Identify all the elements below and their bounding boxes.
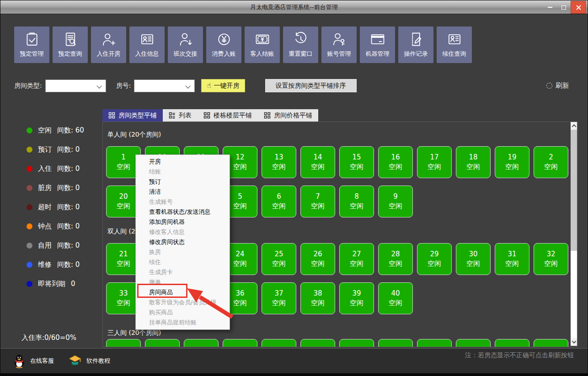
room-tile-32[interactable]: 32空闲 [534, 243, 568, 275]
credit-card-icon [370, 32, 385, 47]
maximize-button[interactable] [557, 1, 571, 14]
room-number: 7 [315, 192, 320, 201]
toolbar-button-label: 入住信息 [135, 50, 159, 58]
vertical-scrollbar[interactable] [571, 122, 577, 346]
toolbar-button-guest-checkout[interactable]: 客人结账 [245, 26, 280, 63]
toolbar-button-stay-extension-query[interactable]: 续住查询 [437, 26, 472, 63]
room-tile-30[interactable]: 30空闲 [456, 243, 491, 275]
room-tile-17[interactable]: 17空闲 [417, 146, 452, 178]
grid-icon [203, 112, 210, 119]
menu-item-view-machine-status[interactable]: 查看机器状态/发送消息 [136, 207, 230, 217]
room-tile-29[interactable]: 29空闲 [417, 243, 452, 275]
scrollbar-thumb[interactable] [571, 130, 577, 251]
room-number: 28 [391, 250, 400, 258]
menu-item-extend-stay: 续住 [136, 257, 230, 267]
room-tile-31[interactable]: 31空闲 [495, 243, 529, 275]
room-tile-2[interactable]: 2空闲 [534, 146, 568, 178]
room-tile-clipped[interactable] [378, 339, 413, 347]
room-tile-28[interactable]: 28空闲 [378, 243, 413, 275]
room-tile-clipped[interactable] [495, 339, 529, 347]
room-tile-clipped[interactable] [145, 339, 180, 347]
room-tile-clipped[interactable] [339, 339, 374, 347]
menu-item-room-goods[interactable]: 房间商品 [136, 287, 230, 297]
room-tile-25[interactable]: 25空闲 [262, 243, 296, 275]
room-no-select[interactable] [134, 79, 195, 92]
toolbar-button-reservation-query[interactable]: 预定查询 [53, 26, 88, 63]
menu-item-cancel-order: 撤单 [136, 277, 230, 287]
menu-item-add-room-machine[interactable]: 添加房间机器 [136, 217, 230, 227]
toolbar-button-operation-log[interactable]: 操作记录 [398, 26, 433, 63]
room-tile-16[interactable]: 16空闲 [378, 146, 413, 178]
room-tile-7[interactable]: 7空闲 [300, 185, 335, 217]
online-service-link[interactable]: 在线客服 [13, 354, 54, 368]
room-tile-37[interactable]: 37空闲 [262, 282, 296, 314]
room-number: 17 [430, 153, 438, 161]
room-tile-clipped[interactable] [262, 339, 296, 347]
toolbar-button-reservation-manage[interactable]: 预定管理 [14, 26, 49, 63]
room-tile-26[interactable]: 26空闲 [300, 243, 335, 275]
scroll-up-button[interactable] [571, 122, 577, 130]
toolbar-button-label: 操作记录 [404, 50, 428, 58]
menu-item-reserve[interactable]: 预订 [136, 177, 230, 187]
id-card-person-icon [447, 32, 462, 47]
room-number: 40 [391, 289, 400, 297]
menu-item-generate-account: 生成账号 [136, 197, 230, 207]
legend-item-dirty: 脏房间数: 0 [27, 178, 84, 197]
legend-count: 间数: 60 [57, 126, 84, 135]
room-tile-27[interactable]: 27空闲 [339, 243, 374, 275]
legend-count: 间数: 0 [57, 164, 80, 173]
room-tile-8[interactable]: 8空闲 [339, 185, 374, 217]
room-tile-clipped[interactable] [184, 339, 219, 347]
room-status: 空闲 [350, 299, 363, 307]
room-status: 空闲 [233, 202, 247, 211]
room-tile-19[interactable]: 19空闲 [495, 146, 529, 178]
room-tile-clipped[interactable] [534, 339, 568, 347]
room-tile-6[interactable]: 6空闲 [262, 185, 296, 217]
room-tile-39[interactable]: 39空闲 [339, 282, 374, 314]
room-tile-clipped[interactable] [106, 339, 141, 347]
toolbar-button-shift-handover[interactable]: 班次交接 [168, 26, 203, 63]
room-tile-clipped[interactable] [456, 339, 491, 347]
person-plus-icon [101, 32, 117, 47]
refresh-button[interactable]: 刷新 [546, 81, 569, 90]
toolbar-button-checkin-open-room[interactable]: 入住开房 [91, 26, 126, 63]
room-tile-clipped[interactable] [417, 339, 452, 347]
toolbar-button-account-manage[interactable]: 账号管理 [321, 26, 357, 63]
menu-item-edit-room-status[interactable]: 修改房间状态 [136, 237, 230, 247]
room-status: 空闲 [466, 259, 480, 268]
room-tile-15[interactable]: 15空闲 [339, 146, 374, 178]
toolbar-button-consumption-entry[interactable]: 消费入账 [206, 26, 241, 63]
toolbar-button-label: 重置窗口 [289, 50, 313, 58]
room-section-triple-room: 三人间 (20个房间) [106, 328, 568, 347]
sort-by-room-type-button[interactable]: 设置按房间类型平铺排序 [265, 79, 357, 92]
menu-item-checkout: 结账 [136, 167, 230, 177]
minimize-icon [548, 7, 552, 8]
room-tile-clipped[interactable] [300, 339, 335, 347]
minimize-button[interactable] [543, 1, 557, 14]
room-tile-9[interactable]: 9空闲 [378, 185, 413, 217]
menu-item-open-room[interactable]: 开房 [136, 157, 230, 167]
menu-item-clean[interactable]: 清洁 [136, 187, 230, 197]
toolbar-button-reset-window[interactable]: 重置窗口 [283, 26, 318, 63]
scroll-down-button[interactable] [571, 338, 577, 346]
legend-label: 钟点 [38, 222, 52, 231]
tutorial-link[interactable]: 软件教程 [69, 355, 110, 367]
room-type-select[interactable] [45, 79, 106, 92]
quick-open-button[interactable]: ☝ 一键开房 [201, 79, 245, 92]
person-arrow-down-icon [178, 32, 193, 47]
room-tile-clipped[interactable] [223, 339, 257, 347]
toolbar-button-machine-manage[interactable]: 机器管理 [360, 26, 395, 63]
close-button[interactable] [571, 1, 586, 14]
tab-room-price-tile[interactable]: 房间价格平铺 [258, 109, 318, 122]
room-number: 36 [235, 289, 244, 297]
room-tile-40[interactable]: 40空闲 [378, 282, 413, 314]
toolbar-button-checkin-info[interactable]: 入住信息 [129, 26, 165, 63]
room-tile-13[interactable]: 13空闲 [262, 146, 296, 178]
room-tile-18[interactable]: 18空闲 [456, 146, 491, 178]
tab-list[interactable]: 列表 [163, 109, 198, 122]
tab-building-floor-tile[interactable]: 楼栋楼层平铺 [198, 109, 258, 122]
room-tile-38[interactable]: 38空闲 [300, 282, 335, 314]
tab-room-type-tile[interactable]: 房间类型平铺 [102, 109, 163, 122]
room-status: 空闲 [544, 163, 558, 171]
room-tile-14[interactable]: 14空闲 [300, 146, 335, 178]
